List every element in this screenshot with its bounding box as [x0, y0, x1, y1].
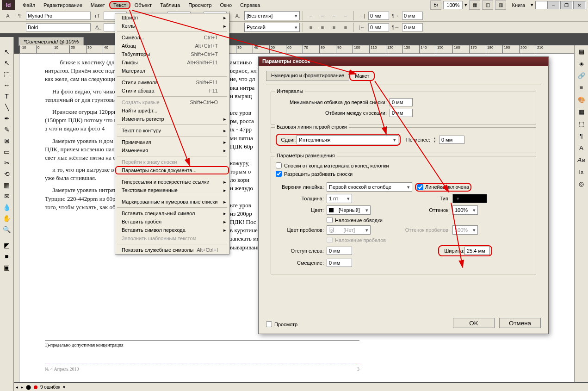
menu-объект[interactable]: Объект: [130, 1, 156, 9]
menu-item[interactable]: Изменения: [115, 146, 229, 155]
swatches-panel-icon[interactable]: ▦: [575, 106, 588, 118]
hand-tool-icon[interactable]: ✋: [1, 213, 13, 223]
menu-item[interactable]: Кегль: [115, 22, 229, 30]
page-nav-prev-icon[interactable]: ◂: [16, 385, 18, 390]
pen-tool-icon[interactable]: ✒: [1, 113, 13, 124]
maximize-button[interactable]: ❐: [560, 1, 572, 9]
dropdown-icon[interactable]: ▾: [531, 2, 533, 8]
gap-color-select[interactable]: ⊘[Нет]: [327, 225, 371, 235]
preflight-icon[interactable]: ⬤: [26, 385, 31, 390]
selection-tool-icon[interactable]: ↖: [1, 47, 13, 57]
para-panel-icon[interactable]: ¶: [575, 130, 588, 142]
menu-item[interactable]: Стили символаShift+F11: [115, 78, 229, 87]
align-jr-icon[interactable]: ≡: [329, 23, 339, 32]
fill-stroke-icon[interactable]: ◩: [1, 240, 13, 250]
align-jc-icon[interactable]: ≡: [317, 23, 328, 32]
indent-last-input[interactable]: [402, 23, 423, 31]
char-style-select[interactable]: [Без стиля]: [244, 11, 300, 20]
split-footnotes-checkbox[interactable]: [276, 171, 282, 177]
align-left-icon[interactable]: ≡: [306, 11, 316, 20]
tab-numbering[interactable]: Нумерация и форматирование: [266, 71, 349, 81]
align-jf-icon[interactable]: ≡: [340, 23, 351, 32]
dropdown-icon[interactable]: ▾: [464, 2, 467, 8]
left-indent-input[interactable]: [327, 247, 352, 255]
tint-select[interactable]: 100%: [452, 205, 478, 215]
ok-button[interactable]: OK: [453, 318, 495, 328]
align-justify-icon[interactable]: ≡: [340, 11, 351, 20]
transform-tool-icon[interactable]: ⟲: [1, 169, 13, 179]
color-select[interactable]: [Черный]: [327, 205, 371, 215]
screen-mode-icon[interactable]: ◫: [482, 0, 493, 10]
min-input[interactable]: [439, 136, 464, 144]
menu-item[interactable]: Показать служебные символыAlt+Ctrl+I: [115, 246, 229, 254]
page-tool-icon[interactable]: ⬚: [1, 69, 13, 79]
note-tool-icon[interactable]: ✉: [1, 191, 13, 201]
close-button[interactable]: ✕: [573, 1, 585, 9]
menu-файл[interactable]: Файл: [19, 1, 39, 9]
offset-select[interactable]: Интерлиньяж: [297, 135, 398, 144]
menu-item[interactable]: Изменить регистр: [115, 115, 229, 123]
menu-item[interactable]: Вставить символ перехода: [115, 226, 229, 234]
color-swatch-icon[interactable]: ■: [1, 251, 13, 261]
menu-item[interactable]: ГлифыAlt+Shift+F11: [115, 58, 229, 67]
links-panel-icon[interactable]: 🔗: [575, 69, 588, 81]
color-panel-icon[interactable]: 🎨: [575, 93, 588, 106]
scissors-tool-icon[interactable]: ✂: [1, 158, 13, 168]
end-column-checkbox[interactable]: [276, 162, 282, 168]
font-family-input[interactable]: [26, 12, 91, 20]
tab-layout[interactable]: Макет: [349, 71, 375, 81]
menu-текст[interactable]: Текст: [109, 1, 130, 9]
font-style-input[interactable]: [26, 23, 91, 31]
menu-item[interactable]: Материал: [115, 67, 229, 75]
menu-макет[interactable]: Макет: [87, 1, 109, 9]
offset2-input[interactable]: [327, 259, 352, 267]
language-select[interactable]: Русский: [244, 23, 300, 32]
wrap-panel-icon[interactable]: ◎: [575, 178, 588, 190]
zoom-tool-icon[interactable]: 🔍: [1, 224, 13, 235]
arrange-icon[interactable]: ▥: [495, 0, 506, 10]
menu-справка[interactable]: Справка: [236, 1, 264, 9]
type-select[interactable]: [452, 194, 487, 203]
workspace-label[interactable]: Книга: [508, 1, 529, 9]
indent-left-input[interactable]: [368, 12, 389, 20]
align-jl-icon[interactable]: ≡: [306, 23, 316, 32]
menu-item[interactable]: Символ...Ctrl+T: [115, 33, 229, 42]
gradient-tool-icon[interactable]: ▦: [1, 180, 13, 190]
menu-item[interactable]: Стили абзацаF11: [115, 87, 229, 95]
menu-редактирование[interactable]: Редактирование: [39, 1, 87, 9]
char-mode-icon[interactable]: A: [3, 11, 13, 20]
indent-right-input[interactable]: [368, 23, 389, 31]
rule-select[interactable]: Первой сноской в столбце: [327, 182, 412, 192]
menu-item[interactable]: Текстовые переменные: [115, 186, 229, 194]
menu-item[interactable]: Гиперссылки и перекрестные ссылки: [115, 178, 229, 186]
menu-item[interactable]: Найти шрифт...: [115, 106, 229, 115]
menu-item[interactable]: Примечания: [115, 138, 229, 146]
menu-item[interactable]: Вставить пробел: [115, 217, 229, 226]
menu-item[interactable]: Вставить специальный символ: [115, 209, 229, 217]
line-tool-icon[interactable]: ╲: [1, 102, 13, 112]
width-input[interactable]: [464, 247, 490, 255]
gap-tool-icon[interactable]: ↔: [1, 80, 13, 90]
direct-selection-tool-icon[interactable]: ↖: [1, 58, 13, 68]
menu-item[interactable]: Текст по контуру: [115, 126, 229, 135]
rect-tool-icon[interactable]: ▭: [1, 147, 13, 157]
menu-item[interactable]: ТабуляторыShift+Ctrl+T: [115, 50, 229, 58]
menu-item[interactable]: Маркированные и нумерованные списки: [115, 198, 229, 206]
view-mode-icon[interactable]: ▣: [1, 262, 13, 273]
align-right-icon[interactable]: ≡: [329, 11, 339, 20]
align-center-icon[interactable]: ≡: [317, 11, 328, 20]
bridge-button[interactable]: Br: [430, 0, 441, 10]
dropdown-icon[interactable]: ▾: [63, 385, 65, 390]
weight-select[interactable]: 1 пт: [327, 194, 352, 203]
para-mode-icon[interactable]: ¶: [14, 11, 25, 20]
pencil-tool-icon[interactable]: ✎: [1, 124, 13, 135]
indent-first-input[interactable]: [402, 12, 423, 20]
pages-panel-icon[interactable]: ▤: [575, 45, 588, 57]
min-space-input[interactable]: [390, 98, 413, 106]
view-mode-icon[interactable]: ▦: [469, 0, 480, 10]
object-panel-icon[interactable]: ⬚: [575, 118, 588, 130]
menu-item[interactable]: Параметры сносок документа...: [115, 166, 229, 174]
menu-таблица[interactable]: Таблица: [156, 1, 184, 9]
menu-окно[interactable]: Окно: [216, 1, 236, 9]
preview-checkbox[interactable]: [266, 321, 272, 327]
